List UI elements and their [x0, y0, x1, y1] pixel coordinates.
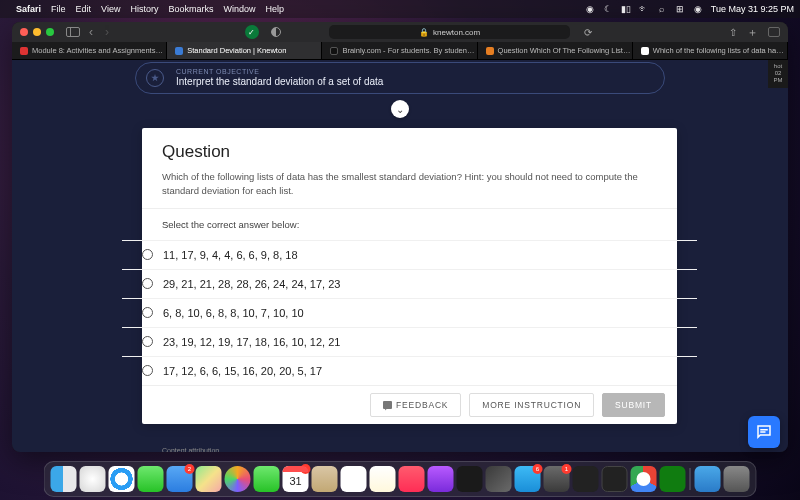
dock-calendar-icon[interactable]: 1	[283, 466, 309, 492]
dock-trash-icon[interactable]	[724, 466, 750, 492]
menubar-help[interactable]: Help	[265, 4, 284, 14]
answer-option[interactable]: 17, 12, 6, 6, 15, 16, 20, 20, 5, 17	[122, 356, 697, 385]
dock-tv-icon[interactable]	[457, 466, 483, 492]
chevron-down-icon[interactable]: ⌄	[391, 100, 409, 118]
reload-icon[interactable]: ⟳	[584, 27, 592, 38]
search-icon[interactable]: ⌕	[657, 4, 667, 14]
answer-options: 11, 17, 9, 4, 4, 6, 6, 9, 8, 18 29, 21, …	[122, 240, 697, 385]
safari-toolbar: ‹ › ✓ 🔒 knewton.com ⟳ ⇧ ＋	[12, 22, 788, 42]
chat-icon	[383, 401, 392, 409]
radio-icon	[142, 249, 153, 260]
page-content: hot 02 PM CURRENT OBJECTIVE Interpret th…	[12, 60, 788, 452]
menubar-bookmarks[interactable]: Bookmarks	[168, 4, 213, 14]
battery-icon[interactable]: ▮▯	[621, 4, 631, 14]
wifi-icon[interactable]: ᯤ	[639, 4, 649, 14]
macos-dock: 2 1 6 1	[44, 461, 757, 497]
reader-icon[interactable]	[271, 27, 281, 37]
tab-google[interactable]: Which of the following lists of data ha…	[633, 42, 788, 59]
dock-launchpad-icon[interactable]	[80, 466, 106, 492]
option-text: 17, 12, 6, 6, 15, 16, 20, 20, 5, 17	[163, 365, 322, 377]
dock-appstore-icon[interactable]: 6	[515, 466, 541, 492]
dock-reminders-icon[interactable]	[341, 466, 367, 492]
objective-text: Interpret the standard deviation of a se…	[176, 76, 648, 87]
dock-maps-icon[interactable]	[196, 466, 222, 492]
dock-safari-icon[interactable]	[109, 466, 135, 492]
tab-module8[interactable]: Module 8: Activities and Assignments…	[12, 42, 167, 59]
favicon-icon	[175, 47, 183, 55]
lock-icon: 🔒	[419, 28, 429, 37]
dock-ps-icon[interactable]	[602, 466, 628, 492]
dock-mail-icon[interactable]: 2	[167, 466, 193, 492]
nav-back-icon[interactable]: ‹	[86, 25, 96, 39]
more-instruction-button[interactable]: MORE INSTRUCTION	[469, 393, 594, 417]
address-bar[interactable]: 🔒 knewton.com	[329, 25, 570, 39]
badge: 2	[185, 464, 195, 474]
dock-photos-icon[interactable]	[225, 466, 251, 492]
nav-forward-icon: ›	[102, 25, 112, 39]
privacy-shield-icon[interactable]: ✓	[245, 25, 259, 39]
menubar-file[interactable]: File	[51, 4, 66, 14]
tab-knewton[interactable]: Standard Deviation | Knewton	[167, 42, 322, 59]
dock-chrome-icon[interactable]	[631, 466, 657, 492]
safari-window: ‹ › ✓ 🔒 knewton.com ⟳ ⇧ ＋ Module 8: Acti…	[12, 22, 788, 452]
option-text: 11, 17, 9, 4, 4, 6, 6, 9, 8, 18	[163, 249, 298, 261]
new-tab-icon[interactable]: ＋	[747, 25, 758, 40]
favicon-icon	[486, 47, 494, 55]
minimize-window-button[interactable]	[33, 28, 41, 36]
menubar-edit[interactable]: Edit	[76, 4, 92, 14]
dock-messages-icon[interactable]	[138, 466, 164, 492]
peek-text: hot	[770, 63, 786, 70]
dock-facetime-icon[interactable]	[254, 466, 280, 492]
dock-music-icon[interactable]	[399, 466, 425, 492]
sidebar-toggle-icon[interactable]	[66, 27, 80, 37]
menubar-clock[interactable]: Tue May 31 9:25 PM	[711, 4, 794, 14]
chat-fab-button[interactable]	[748, 416, 780, 448]
tab-overview-icon[interactable]	[768, 27, 780, 37]
menubar-app[interactable]: Safari	[16, 4, 41, 14]
url-text: knewton.com	[433, 28, 480, 37]
fullscreen-window-button[interactable]	[46, 28, 54, 36]
feedback-button[interactable]: FEEDBACK	[370, 393, 461, 417]
radio-icon	[142, 307, 153, 318]
tab-label: Module 8: Activities and Assignments…	[32, 46, 163, 55]
close-window-button[interactable]	[20, 28, 28, 36]
dock-remote-icon[interactable]	[486, 466, 512, 492]
dock-xbox-icon[interactable]	[660, 466, 686, 492]
tab-brainly[interactable]: Brainly.com - For students. By studen…	[322, 42, 477, 59]
radio-icon	[142, 365, 153, 376]
favicon-icon	[641, 47, 649, 55]
control-center-icon[interactable]: ⊞	[675, 4, 685, 14]
option-text: 23, 19, 12, 19, 17, 18, 16, 10, 12, 21	[163, 336, 340, 348]
menubar-history[interactable]: History	[130, 4, 158, 14]
peek-text: 02 PM	[770, 70, 786, 84]
answer-option[interactable]: 6, 8, 10, 6, 8, 8, 10, 7, 10, 10	[122, 298, 697, 327]
button-label: MORE INSTRUCTION	[482, 400, 581, 410]
dock-contacts-icon[interactable]	[312, 466, 338, 492]
answer-option[interactable]: 23, 19, 12, 19, 17, 18, 16, 10, 12, 21	[122, 327, 697, 356]
share-icon[interactable]: ⇧	[729, 27, 737, 38]
button-label: SUBMIT	[615, 400, 652, 410]
dock-downloads-icon[interactable]	[695, 466, 721, 492]
star-icon	[146, 69, 164, 87]
screenrecord-icon[interactable]: ◉	[585, 4, 595, 14]
objective-banner[interactable]: CURRENT OBJECTIVE Interpret the standard…	[135, 62, 665, 94]
answer-option[interactable]: 29, 21, 21, 28, 28, 26, 24, 24, 17, 23	[122, 269, 697, 298]
option-text: 29, 21, 21, 28, 28, 26, 24, 24, 17, 23	[163, 278, 340, 290]
moon-icon[interactable]: ☾	[603, 4, 613, 14]
tab-chegg[interactable]: Question Which Of The Following List…	[478, 42, 633, 59]
dock-finder-icon[interactable]	[51, 466, 77, 492]
siri-icon[interactable]: ◉	[693, 4, 703, 14]
question-prompt: Which of the following lists of data has…	[162, 170, 657, 198]
answer-option[interactable]: 11, 17, 9, 4, 4, 6, 6, 9, 8, 18	[122, 240, 697, 269]
chat-icon	[755, 423, 773, 441]
menubar-window[interactable]: Window	[223, 4, 255, 14]
question-actions: FEEDBACK MORE INSTRUCTION SUBMIT	[142, 385, 677, 424]
dock-preferences-icon[interactable]: 1	[544, 466, 570, 492]
content-attribution[interactable]: Content attribution	[162, 447, 219, 452]
menubar-view[interactable]: View	[101, 4, 120, 14]
tab-label: Which of the following lists of data ha…	[653, 46, 784, 55]
dock-controller-icon[interactable]	[573, 466, 599, 492]
dock-notes-icon[interactable]	[370, 466, 396, 492]
submit-button[interactable]: SUBMIT	[602, 393, 665, 417]
dock-podcasts-icon[interactable]	[428, 466, 454, 492]
